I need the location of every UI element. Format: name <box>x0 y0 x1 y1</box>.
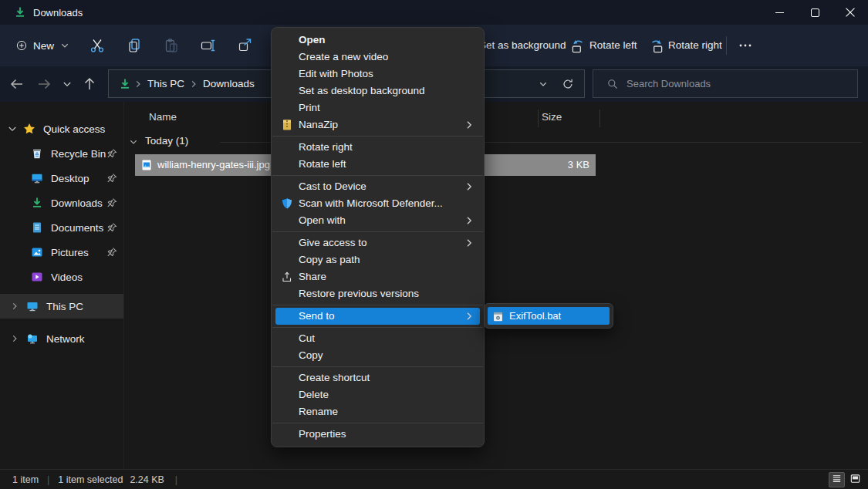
column-divider[interactable] <box>538 110 539 127</box>
share-button[interactable] <box>237 37 254 54</box>
new-button[interactable]: New <box>8 35 78 56</box>
chevron-down-icon <box>6 123 19 135</box>
rotate-right-button[interactable]: Rotate right <box>668 25 722 66</box>
context-menu-item-edit-with-photos[interactable]: Edit with Photos <box>275 66 480 83</box>
context-menu-item-set-as-desktop-background[interactable]: Set as desktop background <box>275 83 480 99</box>
menu-separator <box>272 423 483 423</box>
sidebar-item-label: Videos <box>51 271 83 283</box>
submenu-item-exiftool-bat[interactable]: ExifTool.bat <box>488 307 610 325</box>
cut-button[interactable] <box>89 37 106 54</box>
sidebar-divider <box>123 102 124 469</box>
context-menu-item-label: Open <box>299 34 326 46</box>
context-menu-item-rename[interactable]: Rename <box>275 403 480 420</box>
menu-separator <box>272 366 483 367</box>
context-menu-item-rotate-right[interactable]: Rotate right <box>275 139 480 156</box>
maximize-button[interactable] <box>797 0 833 25</box>
chevron-right-icon <box>463 237 475 249</box>
sidebar-item-downloads[interactable]: Downloads <box>0 191 123 215</box>
context-menu-item-copy[interactable]: Copy <box>275 347 480 364</box>
status-item-count: 1 item <box>12 474 39 485</box>
group-header[interactable]: Today (1) <box>145 135 188 147</box>
pin-icon <box>106 247 117 258</box>
quick-access-label: Quick access <box>43 123 105 135</box>
close-button[interactable] <box>833 0 868 25</box>
rotate-left-button[interactable]: Rotate left <box>589 25 637 66</box>
chevron-right-icon <box>463 180 475 193</box>
back-button[interactable] <box>9 76 25 92</box>
context-menu-item-cast-to-device[interactable]: Cast to Device <box>275 178 480 195</box>
details-view-icon <box>831 473 843 487</box>
context-menu-item-create-shortcut[interactable]: Create shortcut <box>275 369 480 386</box>
plus-circle-icon <box>15 39 28 52</box>
recent-locations-button[interactable] <box>61 78 73 90</box>
context-menu-item-open-with[interactable]: Open with <box>275 212 480 229</box>
sidebar-item-desktop[interactable]: Desktop <box>0 166 123 191</box>
column-divider[interactable] <box>599 110 600 127</box>
group-collapse-icon[interactable] <box>128 137 139 147</box>
context-menu-item-nanazip[interactable]: NanaZip <box>275 116 480 133</box>
address-dropdown-button[interactable] <box>538 79 549 89</box>
context-menu-item-label: Print <box>299 102 320 113</box>
details-view-button[interactable] <box>829 472 845 487</box>
set-as-background-button[interactable]: Set as background <box>479 25 566 66</box>
new-button-label: New <box>33 40 54 52</box>
window-title: Downloads <box>33 7 83 19</box>
sidebar-item-quick-access[interactable]: Quick access <box>0 116 123 141</box>
column-header-size[interactable]: Size <box>542 111 562 123</box>
sidebar-item-network[interactable]: Network <box>0 326 123 351</box>
context-menu-item-rotate-left[interactable]: Rotate left <box>275 156 480 173</box>
this-pc-icon <box>26 300 39 312</box>
rename-button[interactable] <box>200 37 217 54</box>
more-options-button[interactable] <box>737 37 754 54</box>
context-menu-item-label: Create a new video <box>299 51 388 62</box>
context-menu-item-give-access-to[interactable]: Give access to <box>275 234 480 251</box>
status-bar: 1 item | 1 item selected 2.24 KB | <box>0 469 868 489</box>
sidebar-item-label: Desktop <box>51 173 90 184</box>
sidebar-item-label: This PC <box>46 301 83 312</box>
search-input[interactable] <box>627 78 857 89</box>
sidebar-item-videos[interactable]: Videos <box>0 265 123 289</box>
context-menu-item-restore-previous-versions[interactable]: Restore previous versions <box>275 285 480 302</box>
forward-button[interactable] <box>36 76 52 92</box>
context-menu-item-scan-with-microsoft-defender[interactable]: Scan with Microsoft Defender... <box>275 195 480 212</box>
copy-button[interactable] <box>126 37 143 54</box>
context-menu-item-open[interactable]: Open <box>275 32 480 49</box>
menu-separator <box>272 231 483 232</box>
tree-list: This PCNetwork <box>0 294 123 351</box>
breadcrumb-downloads[interactable]: Downloads <box>201 78 257 89</box>
chevron-right-icon <box>9 301 20 312</box>
context-menu-item-copy-as-path[interactable]: Copy as path <box>275 251 480 268</box>
minimize-button[interactable] <box>762 0 797 25</box>
rotate-left-icon <box>569 38 586 55</box>
context-menu-item-delete[interactable]: Delete <box>275 386 480 403</box>
context-menu-item-send-to[interactable]: Send to <box>275 308 480 325</box>
column-header-name[interactable]: Name <box>149 111 177 123</box>
videos-icon <box>31 271 43 283</box>
paste-button[interactable] <box>163 37 180 54</box>
context-menu-item-label: Rename <box>299 406 338 417</box>
sidebar-item-pictures[interactable]: Pictures <box>0 240 123 265</box>
sidebar-item-recycle-bin[interactable]: Recycle Bin <box>0 141 123 166</box>
context-menu-item-cut[interactable]: Cut <box>275 330 480 347</box>
title-bar: Downloads <box>0 0 868 25</box>
refresh-button[interactable] <box>562 78 574 90</box>
context-menu-item-label: Scan with Microsoft Defender... <box>299 197 443 209</box>
sidebar-item-label: Recycle Bin <box>51 148 106 160</box>
pictures-icon <box>31 246 43 258</box>
up-button[interactable] <box>82 76 97 92</box>
sidebar-item-this-pc[interactable]: This PC <box>0 294 123 319</box>
context-menu-item-create-a-new-video[interactable]: Create a new video <box>275 49 480 66</box>
breadcrumb-this-pc[interactable]: This PC <box>145 78 187 89</box>
pin-icon <box>106 173 117 184</box>
context-menu-item-properties[interactable]: Properties <box>275 426 480 443</box>
sidebar-item-label: Network <box>46 333 85 345</box>
sidebar-item-documents[interactable]: Documents <box>0 215 123 240</box>
recycle-bin-icon <box>31 147 43 160</box>
context-menu-item-share[interactable]: Share <box>275 268 480 285</box>
send-to-submenu: ExifTool.bat <box>484 303 613 329</box>
context-menu-item-label: Give access to <box>299 237 367 248</box>
context-menu-item-print[interactable]: Print <box>275 99 480 116</box>
thumbnail-view-button[interactable] <box>847 472 863 487</box>
image-file-icon <box>140 159 153 171</box>
file-size: 3 KB <box>568 159 589 170</box>
